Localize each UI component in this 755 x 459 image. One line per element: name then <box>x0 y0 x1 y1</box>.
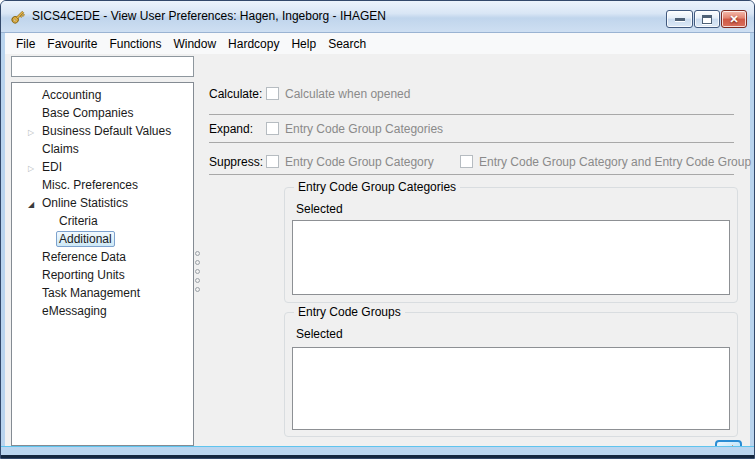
menu-search[interactable]: Search <box>322 35 372 53</box>
close-button[interactable]: ✕ <box>721 10 747 28</box>
tree-item-edi[interactable]: EDI <box>12 158 193 176</box>
key-icon <box>10 9 26 25</box>
title-bar: SICS4CEDE - View User Preferences: Hagen… <box>1 1 754 33</box>
window-title: SICS4CEDE - View User Preferences: Hagen… <box>32 1 386 33</box>
groupbox-title: Entry Code Groups <box>294 305 405 319</box>
separator <box>209 174 734 175</box>
expand-categories-checkbox[interactable] <box>266 122 279 135</box>
calculate-row: Calculate: Calculate when opened <box>209 86 728 102</box>
close-icon: ✕ <box>729 14 738 25</box>
expand-categories-caption: Entry Code Group Categories <box>285 122 443 136</box>
suppress-row: Suppress: Entry Code Group Category Entr… <box>209 154 728 170</box>
client-area: Accounting Base Companies Business Defau… <box>5 54 750 446</box>
selected-label: Selected <box>296 327 343 341</box>
splitter-dot <box>195 287 200 292</box>
menu-bar: File Favourite Functions Window Hardcopy… <box>5 33 750 54</box>
selected-label: Selected <box>296 202 343 216</box>
menu-window[interactable]: Window <box>167 35 222 53</box>
suppress-label: Suppress: <box>209 155 263 169</box>
chevron-right-icon[interactable] <box>23 160 39 174</box>
suppress-category-checkbox[interactable] <box>266 155 279 168</box>
calculate-when-opened-checkbox[interactable] <box>266 87 279 100</box>
tree-item-reference-data[interactable]: Reference Data <box>12 248 193 266</box>
app-window: SICS4CEDE - View User Preferences: Hagen… <box>0 0 755 459</box>
menu-help[interactable]: Help <box>285 35 322 53</box>
menu-file[interactable]: File <box>10 35 41 53</box>
groupbox-title: Entry Code Group Categories <box>294 180 460 194</box>
tree-item-accounting[interactable]: Accounting <box>12 86 193 104</box>
tree-item-task-management[interactable]: Task Management <box>12 284 193 302</box>
splitter-dot <box>195 278 200 283</box>
calculate-when-opened-caption: Calculate when opened <box>285 87 410 101</box>
calculate-label: Calculate: <box>209 87 262 101</box>
separator <box>209 114 734 115</box>
menu-functions[interactable]: Functions <box>103 35 167 53</box>
tree-filter-input[interactable] <box>11 56 194 77</box>
menu-hardcopy[interactable]: Hardcopy <box>222 35 285 53</box>
splitter-dot <box>195 260 200 265</box>
categories-selected-listbox[interactable] <box>292 220 730 295</box>
expand-row: Expand: Entry Code Group Categories <box>209 121 728 137</box>
groups-selected-listbox[interactable] <box>292 347 730 430</box>
tree-item-emessaging[interactable]: eMessaging <box>12 302 193 320</box>
tree-item-reporting-units[interactable]: Reporting Units <box>12 266 193 284</box>
tree-item-claims[interactable]: Claims <box>12 140 193 158</box>
separator <box>209 142 734 143</box>
splitter-dot <box>195 269 200 274</box>
maximize-button[interactable] <box>694 10 720 28</box>
entry-code-group-categories-groupbox: Entry Code Group Categories Selected <box>284 187 738 303</box>
suppress-category-and-group-caption: Entry Code Group Category and Entry Code… <box>479 155 751 169</box>
entry-code-groups-groupbox: Entry Code Groups Selected <box>284 312 738 437</box>
window-bottom-frame <box>1 446 754 458</box>
expand-label: Expand: <box>209 122 253 136</box>
minimize-button[interactable] <box>666 10 693 28</box>
menu-favourite[interactable]: Favourite <box>41 35 103 53</box>
suppress-category-and-group-checkbox[interactable] <box>460 155 473 168</box>
tree-item-base-companies[interactable]: Base Companies <box>12 104 193 122</box>
tree-item-criteria[interactable]: Criteria <box>12 212 193 230</box>
splitter-dot <box>195 251 200 256</box>
splitter-handle[interactable] <box>195 251 201 296</box>
maximize-icon <box>702 15 712 24</box>
chevron-expanded-icon[interactable] <box>23 196 39 210</box>
preferences-tree: Accounting Base Companies Business Defau… <box>11 82 194 446</box>
tree-item-additional[interactable]: Additional <box>12 230 193 248</box>
chevron-right-icon[interactable] <box>23 124 39 138</box>
tree-item-online-statistics[interactable]: Online Statistics <box>12 194 193 212</box>
tree-item-misc-preferences[interactable]: Misc. Preferences <box>12 176 193 194</box>
tree-item-business-default-values[interactable]: Business Default Values <box>12 122 193 140</box>
minimize-icon <box>675 18 685 21</box>
suppress-category-caption: Entry Code Group Category <box>285 155 434 169</box>
